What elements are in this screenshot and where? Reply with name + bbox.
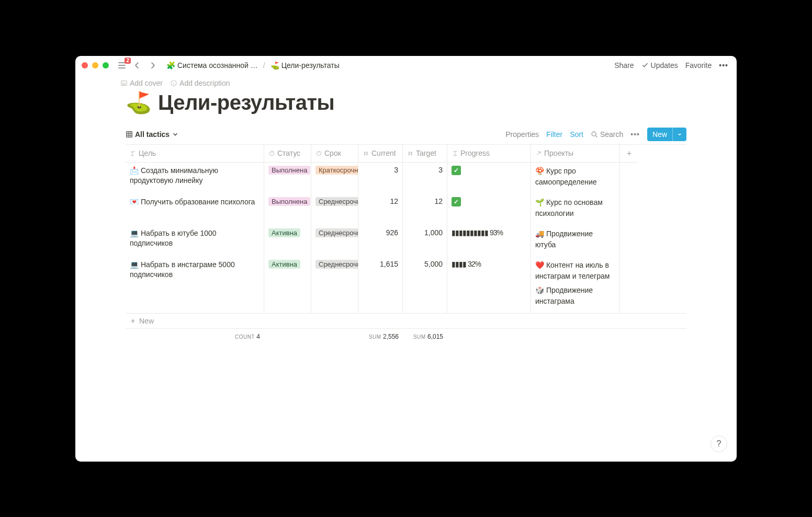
view-more-menu[interactable]: ••• (630, 130, 640, 139)
col-status-label: Статус (277, 149, 300, 157)
chevron-down-icon (677, 132, 682, 137)
search-button[interactable]: Search (591, 130, 623, 139)
forward-button[interactable] (146, 59, 159, 72)
new-button-dropdown[interactable] (672, 128, 686, 141)
cell-status[interactable]: Активна (264, 257, 311, 313)
breadcrumb: 🧩 Система осознанной … / ⛳ Цели-результа… (164, 60, 342, 71)
help-button[interactable]: ? (710, 435, 727, 452)
cell-goal[interactable]: 📩 Создать минимальную продуктовую линейк… (126, 163, 264, 194)
select-icon (315, 150, 322, 157)
breadcrumb-root-emoji: 🧩 (166, 61, 175, 70)
cell-progress[interactable]: ✓ (447, 163, 531, 194)
share-button[interactable]: Share (614, 61, 634, 70)
breadcrumb-separator: / (263, 61, 265, 70)
sort-button[interactable]: Sort (570, 130, 583, 139)
cell-term[interactable]: Среднесрочн (311, 225, 358, 257)
project-link[interactable]: 🎲 Продвижение инстаграма (535, 285, 615, 307)
sum-count[interactable]: COUNT 4 (126, 332, 264, 341)
col-current-label: Current (371, 149, 396, 157)
sum-target-label: SUM (413, 334, 426, 340)
project-link[interactable]: ❤️ Контент на июль в инстаграм и телегра… (535, 260, 615, 282)
col-projects[interactable]: Проекты (531, 145, 620, 163)
cell-term[interactable]: Среднесрочн (311, 257, 358, 313)
cell-target[interactable]: 1,000 (403, 225, 447, 257)
view-selector[interactable]: All tactics (126, 130, 179, 139)
add-cover-button[interactable]: Add cover (120, 79, 163, 87)
filter-button[interactable]: Filter (546, 130, 562, 139)
project-link[interactable]: 🍄 Курс про самоопределение (535, 166, 615, 188)
col-term[interactable]: Срок (311, 145, 358, 163)
sum-target-value: 6,015 (427, 333, 443, 340)
cell-goal[interactable]: 💻 Набрать в ютубе 1000 подписчиков (126, 225, 264, 257)
page-title[interactable]: Цели-результаты (158, 91, 334, 114)
info-icon (170, 79, 177, 87)
cell-current[interactable]: 1,615 (358, 257, 403, 313)
sum-target[interactable]: SUM 6,015 (403, 332, 447, 341)
minimize-window[interactable] (92, 62, 98, 68)
col-goal[interactable]: Цель (126, 145, 264, 163)
project-link[interactable]: 🌱 Курс по основам психологии (535, 197, 615, 219)
cell-target[interactable]: 5,000 (403, 257, 447, 313)
add-cover-label: Add cover (130, 79, 163, 87)
goals-table: Цель Статус Срок Current Target (126, 144, 686, 314)
cell-status[interactable]: Активна (264, 225, 311, 257)
cell-projects[interactable]: 🚚 Продвижение ютуба (531, 225, 620, 257)
favorite-button[interactable]: Favorite (685, 61, 712, 70)
cell-current[interactable]: 926 (358, 225, 403, 257)
close-window[interactable] (82, 62, 88, 68)
new-button[interactable]: New (647, 128, 686, 141)
col-term-label: Срок (324, 149, 341, 157)
window-controls (82, 62, 109, 68)
new-row-button[interactable]: New (126, 314, 686, 329)
sum-current-value: 2,556 (383, 333, 399, 340)
svg-rect-4 (127, 131, 132, 137)
cell-projects[interactable]: 🌱 Курс по основам психологии (531, 194, 620, 225)
cell-term[interactable]: Краткосрочн (311, 163, 358, 194)
updates-button[interactable]: Updates (641, 61, 678, 70)
app-window: 2 🧩 Система осознанной … / ⛳ Цели-резуль… (75, 56, 737, 462)
cell-progress[interactable]: ▮▮▮▮ 32% (447, 257, 531, 313)
select-icon (268, 150, 275, 157)
page-title-row[interactable]: ⛳ Цели-результаты (126, 90, 686, 115)
number-icon (363, 150, 369, 157)
cell-current[interactable]: 3 (358, 163, 403, 194)
view-toolbar: Properties Filter Sort Search ••• New (505, 128, 686, 141)
cell-term[interactable]: Среднесрочн (311, 194, 358, 225)
cell-status[interactable]: Выполнена (264, 163, 311, 194)
cell-current[interactable]: 12 (358, 194, 403, 225)
cell-target[interactable]: 3 (403, 163, 447, 194)
cell-empty (620, 257, 638, 313)
back-button[interactable] (131, 59, 143, 72)
cell-status[interactable]: Выполнена (264, 194, 311, 225)
sum-current[interactable]: SUM 2,556 (358, 332, 403, 341)
breadcrumb-root[interactable]: 🧩 Система осознанной … (164, 60, 260, 71)
cell-progress[interactable]: ▮▮▮▮▮▮▮▮▮▮ 93% (447, 225, 531, 257)
cell-goal[interactable]: 💻 Набрать в инстаграме 5000 подписчиков (126, 257, 264, 313)
properties-button[interactable]: Properties (505, 130, 539, 139)
svg-point-7 (317, 151, 321, 155)
add-description-button[interactable]: Add description (170, 79, 230, 87)
col-target-label: Target (416, 149, 436, 157)
page-emoji[interactable]: ⛳ (126, 90, 152, 115)
col-status[interactable]: Статус (264, 145, 311, 163)
col-current[interactable]: Current (358, 145, 403, 163)
add-column[interactable] (620, 145, 638, 163)
maximize-window[interactable] (103, 62, 109, 68)
cell-progress[interactable]: ✓ (447, 194, 531, 225)
text-icon (130, 150, 137, 157)
sidebar-toggle[interactable]: 2 (116, 60, 128, 71)
formula-icon (452, 150, 458, 157)
svg-point-3 (173, 82, 174, 82)
cell-empty (620, 225, 638, 257)
col-progress[interactable]: Progress (447, 145, 531, 163)
breadcrumb-current[interactable]: ⛳ Цели-результаты (268, 60, 342, 71)
cell-projects[interactable]: ❤️ Контент на июль в инстаграм и телегра… (531, 257, 620, 313)
titlebar: 2 🧩 Система осознанной … / ⛳ Цели-резуль… (75, 56, 737, 75)
cell-projects[interactable]: 🍄 Курс про самоопределение (531, 163, 620, 194)
sum-current-label: SUM (369, 334, 381, 340)
project-link[interactable]: 🚚 Продвижение ютуба (535, 228, 615, 250)
more-menu[interactable]: ••• (719, 61, 728, 70)
cell-target[interactable]: 12 (403, 194, 447, 225)
col-target[interactable]: Target (403, 145, 447, 163)
cell-goal[interactable]: 💌 Получить образование психолога (126, 194, 264, 225)
